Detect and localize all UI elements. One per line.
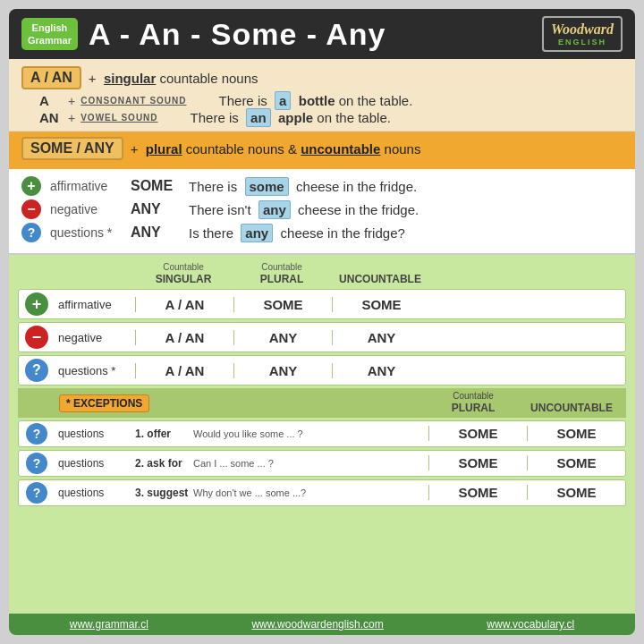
exc-val-plural-1: SOME [428, 426, 527, 441]
exc-col-plural: Countable PLURAL [424, 391, 522, 414]
section-some-any: SOME / ANY + plural countable nouns & un… [9, 131, 635, 169]
footer-link-1[interactable]: www.grammar.cl [70, 618, 148, 631]
col-header-singular: Countable SINGULAR [134, 262, 233, 285]
bullet-word-any-q: ANY [131, 225, 180, 241]
col-header-uncountable: UNCOUNTABLE [331, 262, 429, 285]
footer: www.grammar.cl www.woodwardenglish.com w… [9, 614, 635, 635]
exc-example-1: Would you like some ... ? [193, 428, 428, 439]
exception-row-offer: ? questions 1. offer Would you like some… [18, 420, 626, 447]
some-any-title-row: SOME / ANY + plural countable nouns & un… [21, 137, 623, 160]
row-a: A + CONSONANT SOUND There is a bottle on… [39, 93, 623, 108]
highlight-some: some [245, 177, 289, 196]
highlight-a: a [275, 91, 291, 110]
row-icon-minus: − [19, 326, 55, 349]
bullet-row-questions: ? questions * ANY Is there any cheese in… [21, 223, 623, 242]
row-label-negative: negative [55, 331, 135, 344]
bullet-type-questions: questions * [50, 225, 122, 240]
highlight-any-q: any [241, 224, 273, 242]
table-column-headers: Countable SINGULAR Countable PLURAL UNCO… [18, 262, 626, 285]
row-val-plural-q: ANY [233, 363, 332, 378]
exc-val-plural-3: SOME [428, 485, 527, 500]
woodward-logo-text: Woodward [551, 21, 614, 38]
col-header-plural: Countable PLURAL [233, 262, 331, 285]
exc-col-uncountable: UNCOUNTABLE [522, 391, 621, 414]
tag-a-an: A / AN [21, 66, 81, 89]
exc-example-3: Why don't we ... some ...? [193, 487, 428, 498]
table-row-negative: − negative A / AN ANY ANY [18, 322, 626, 352]
bullet-example-some: There is some cheese in the fridge. [189, 179, 417, 194]
exc-icon-q1: ? [19, 423, 55, 445]
section-a-an: A / AN + singular countable nouns A + CO… [9, 59, 635, 131]
exc-type-2: questions [55, 457, 135, 470]
woodward-logo: Woodward ENGLISH [542, 16, 623, 52]
exc-num-2: 2. ask for [135, 457, 193, 470]
row-val-uncountable-q: ANY [332, 363, 430, 378]
a-label: A [39, 93, 63, 108]
exc-type-3: questions [55, 487, 135, 499]
exc-val-uncountable-1: SOME [527, 426, 625, 441]
footer-link-3[interactable]: www.vocabulary.cl [487, 618, 574, 631]
header: English Grammar A - An - Some - Any Wood… [9, 9, 635, 59]
exc-example-2: Can I ... some ... ? [193, 458, 428, 469]
an-label: AN [39, 110, 63, 125]
main-title: A - An - Some - Any [89, 17, 531, 52]
bullet-type-negative: negative [50, 202, 122, 216]
row-val-singular-neg: A / AN [135, 330, 233, 345]
row-label-questions: questions * [55, 364, 135, 377]
minus-icon: − [21, 199, 41, 219]
exc-num-3: 3. suggest [135, 487, 193, 499]
highlight-an: an [246, 108, 271, 127]
row-an-example: There is an apple on the table. [191, 110, 391, 125]
table-row-questions: ? questions * A / AN ANY ANY [18, 355, 626, 386]
exc-icon-q2: ? [19, 453, 55, 474]
exceptions-badge: * EXCEPTIONS [59, 394, 149, 412]
highlight-any-neg: any [258, 200, 291, 219]
row-val-plural-neg: ANY [233, 330, 332, 345]
vowel-sound-label: VOWEL SOUND [80, 113, 157, 123]
row-val-uncountable-aff: SOME [332, 297, 430, 312]
row-val-singular-q: A / AN [135, 363, 233, 378]
some-any-desc: + plural countable nouns & uncountable n… [131, 141, 421, 157]
woodward-logo-sub: ENGLISH [551, 38, 614, 47]
table-section: Countable SINGULAR Countable PLURAL UNCO… [9, 255, 635, 614]
bullet-example-any-neg: There isn't any cheese in the fridge. [189, 202, 419, 217]
english-grammar-badge: English Grammar [21, 18, 78, 51]
bullet-row-affirmative: + affirmative SOME There is some cheese … [21, 176, 623, 196]
row-val-uncountable-neg: ANY [332, 330, 430, 345]
plus-icon: + [21, 176, 41, 196]
exc-val-uncountable-2: SOME [527, 455, 625, 470]
exc-type-1: questions [55, 428, 135, 440]
a-an-title-row: A / AN + singular countable nouns [21, 66, 623, 89]
exc-val-plural-2: SOME [428, 455, 527, 470]
row-label-affirmative: affirmative [55, 298, 135, 311]
bullet-type-affirmative: affirmative [50, 179, 122, 193]
tag-some-any: SOME / ANY [21, 137, 123, 160]
bullet-word-any-neg: ANY [131, 201, 180, 217]
footer-link-2[interactable]: www.woodwardenglish.com [251, 618, 383, 631]
content-area: A / AN + singular countable nouns A + CO… [9, 59, 635, 614]
row-an: AN + VOWEL SOUND There is an apple on th… [39, 110, 623, 125]
question-icon: ? [21, 223, 41, 242]
exceptions-bar: * EXCEPTIONS Countable PLURAL UNCOUNTABL… [18, 388, 626, 417]
exc-num-1: 1. offer [135, 428, 193, 440]
row-val-singular-aff: A / AN [135, 297, 233, 312]
bullet-row-negative: − negative ANY There isn't any cheese in… [21, 199, 623, 219]
a-an-desc: + singular countable nouns [89, 71, 258, 86]
bullets-section: + affirmative SOME There is some cheese … [9, 169, 635, 255]
row-icon-q: ? [19, 359, 55, 382]
exc-icon-q3: ? [19, 482, 55, 504]
bullet-example-any-q: Is there any cheese in the fridge? [189, 225, 405, 241]
consonant-sound-label: CONSONANT SOUND [80, 96, 186, 106]
table-row-affirmative: + affirmative A / AN SOME SOME [18, 289, 626, 319]
exceptions-col-headers: Countable PLURAL UNCOUNTABLE [424, 391, 621, 414]
exc-val-uncountable-3: SOME [527, 485, 625, 500]
row-a-example: There is a bottle on the table. [219, 93, 413, 108]
main-container: English Grammar A - An - Some - Any Wood… [0, 0, 644, 644]
a-an-rows: A + CONSONANT SOUND There is a bottle on… [21, 93, 623, 125]
bullet-word-some: SOME [131, 178, 180, 194]
exception-row-suggest: ? questions 3. suggest Why don't we ... … [18, 479, 626, 506]
row-val-plural-aff: SOME [233, 297, 332, 312]
exception-row-ask: ? questions 2. ask for Can I ... some ..… [18, 450, 626, 477]
row-icon-plus: + [19, 292, 55, 316]
